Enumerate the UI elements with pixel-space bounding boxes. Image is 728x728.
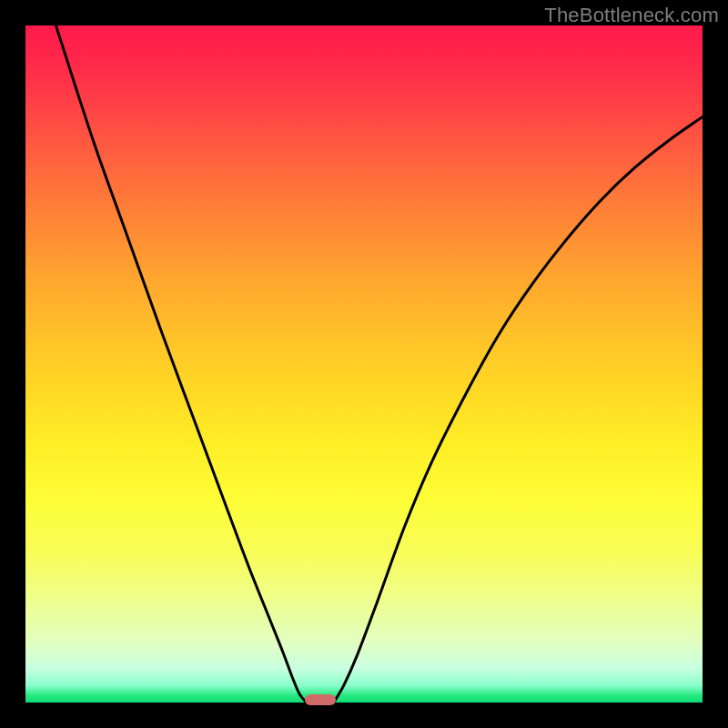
curve-left-branch (56, 25, 306, 703)
optimal-marker (305, 694, 336, 705)
curve-right-branch (334, 116, 703, 703)
plot-area (25, 25, 703, 703)
watermark-text: TheBottleneck.com (544, 4, 719, 27)
curve-layer (25, 25, 703, 703)
chart-frame: TheBottleneck.com (0, 0, 728, 728)
